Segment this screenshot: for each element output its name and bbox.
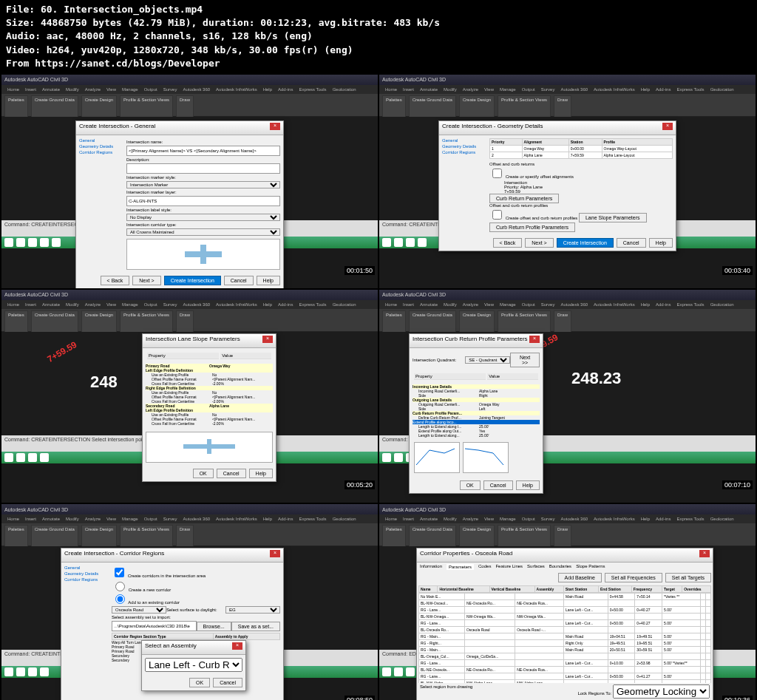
- help-button[interactable]: Help: [649, 238, 673, 248]
- wizard-steps[interactable]: General Geometry Details Corridor Region…: [79, 138, 123, 270]
- create-button[interactable]: Create Intersection: [164, 276, 221, 285]
- quadrant-select[interactable]: SE - Quadrant: [465, 356, 510, 364]
- step-corridor[interactable]: Corridor Regions: [442, 150, 486, 154]
- ok-button[interactable]: OK: [193, 469, 214, 478]
- assembly-path-input[interactable]: [112, 621, 197, 631]
- dialog-title: Create Intersection - Geometry Details×: [439, 121, 676, 135]
- assembly-dropdown[interactable]: Lane Left - Curb Right: [145, 658, 242, 672]
- set-frequencies-button[interactable]: Set all Frequencies: [605, 573, 662, 582]
- intersection-name-input[interactable]: [126, 146, 280, 156]
- close-icon[interactable]: ×: [232, 642, 242, 650]
- create-offset-checkbox[interactable]: Create or specify offset alignments: [489, 174, 574, 179]
- curb-return-params-button[interactable]: Curb Return Parameters: [489, 194, 559, 203]
- cancel-button[interactable]: Cancel: [217, 469, 246, 478]
- wizard-steps[interactable]: General Geometry Details Corridor Region…: [442, 138, 486, 232]
- frame-4: Autodesk AutoCAD Civil 3D HomeInsertAnno…: [379, 290, 756, 503]
- corridor-type-select[interactable]: All Crowns Maintained: [126, 228, 280, 236]
- help-button[interactable]: Help: [257, 276, 280, 285]
- layer-input[interactable]: [126, 196, 280, 206]
- set-targets-button[interactable]: Set all Targets: [665, 573, 711, 582]
- drawing-canvas[interactable]: Create Intersection - Geometry Details× …: [379, 117, 756, 220]
- close-icon[interactable]: ×: [262, 336, 273, 343]
- close-icon[interactable]: ×: [270, 550, 280, 557]
- tab-surfaces[interactable]: Surfaces: [527, 564, 545, 570]
- save-set-button[interactable]: Save as a set...: [231, 622, 280, 631]
- table-row: BL-Omega_Cul...Omega_CulDeSa...: [419, 653, 711, 660]
- tab-parameters[interactable]: Parameters: [447, 564, 474, 570]
- app-titlebar: Autodesk AutoCAD Civil 3D: [379, 75, 756, 85]
- meta-video: Video: h264, yuv420p, 1280x720, 348 kb/s…: [6, 44, 751, 57]
- help-button[interactable]: Help: [516, 480, 540, 490]
- drawing-canvas[interactable]: 7+59.59 248.23 Intersection Curb Return …: [379, 332, 756, 435]
- cancel-button[interactable]: Cancel: [224, 276, 254, 285]
- next-button[interactable]: Next >: [132, 276, 160, 285]
- ok-button[interactable]: OK: [460, 480, 481, 490]
- add-baseline-button[interactable]: Add Baseline: [558, 573, 602, 582]
- lock-regions-select[interactable]: Geometry Locking: [613, 684, 710, 699]
- step-geometry[interactable]: Geometry Details: [79, 144, 123, 149]
- help-button[interactable]: Help: [249, 469, 273, 478]
- drawing-canvas[interactable]: Create Intersection - Corridor Regions× …: [1, 546, 378, 650]
- lane-slope-button[interactable]: Lane Slope Parameters: [579, 213, 647, 222]
- close-icon[interactable]: ×: [529, 336, 540, 343]
- tab-codes[interactable]: Codes: [478, 564, 491, 570]
- cancel-button[interactable]: Cancel: [617, 238, 646, 248]
- ribbon-tabs[interactable]: HomeInsertAnnotateModifyAnalyzeViewManag…: [1, 85, 378, 94]
- create-button[interactable]: Create Intersection: [557, 238, 614, 248]
- frame-5: Autodesk AutoCAD Civil 3D HomeInsertAnno…: [1, 504, 378, 700]
- tab-boundaries[interactable]: Boundaries: [549, 564, 571, 570]
- step-corridor[interactable]: Corridor Regions: [64, 577, 109, 582]
- table-row: BL-NW-Omega...NW-Omega Wa...NW-Omega Wa.…: [419, 614, 711, 620]
- tab-slope-patterns[interactable]: Slope Patterns: [576, 564, 605, 570]
- section-diagram: [146, 432, 273, 463]
- drawing-canvas[interactable]: 7+59.59 248 Intersection Lane Slope Para…: [1, 332, 378, 435]
- drawing-canvas[interactable]: Corridor Properties - Osceola Road× Info…: [379, 546, 756, 650]
- marker-style-select[interactable]: Intersection Marker: [126, 181, 280, 188]
- alignments-table[interactable]: PriorityAlignmentStationProfile 1Omega W…: [489, 138, 673, 159]
- close-icon[interactable]: ×: [270, 123, 280, 130]
- close-icon[interactable]: ×: [699, 550, 710, 557]
- step-corridor[interactable]: Corridor Regions: [79, 150, 123, 154]
- create-profiles-checkbox[interactable]: Create offset and curb return profiles: [489, 216, 577, 220]
- back-button[interactable]: < Back: [101, 276, 130, 285]
- surface-select[interactable]: EG: [225, 606, 280, 614]
- tab-bar[interactable]: Information Parameters Codes Feature Lin…: [417, 563, 713, 571]
- next-button[interactable]: Next >: [525, 238, 553, 248]
- drawing-canvas[interactable]: Create Intersection - General× General G…: [1, 117, 378, 220]
- step-geometry[interactable]: Geometry Details: [442, 144, 486, 149]
- tab-information[interactable]: Information: [420, 564, 442, 570]
- frame-6: Autodesk AutoCAD Civil 3D HomeInsertAnno…: [379, 504, 756, 700]
- step-general[interactable]: General: [64, 565, 109, 570]
- thumbnail-grid: Autodesk AutoCAD Civil 3D HomeInsertAnno…: [0, 73, 757, 700]
- select-assembly-subdialog: Select an Assembly× Lane Left - Curb Rig…: [141, 640, 246, 691]
- start-icon[interactable]: [4, 238, 13, 247]
- timestamp: 00:03:40: [722, 266, 753, 275]
- close-icon[interactable]: ×: [662, 123, 673, 130]
- station-value: 248: [90, 373, 118, 392]
- browse-button[interactable]: Browse...: [197, 622, 231, 631]
- create-corridors-checkbox[interactable]: Create corridors in the intersection are…: [112, 574, 206, 578]
- label-style-select[interactable]: No Display: [126, 214, 280, 221]
- step-geometry[interactable]: Geometry Details: [64, 571, 109, 576]
- curb-profile-button[interactable]: Curb Return Profile Parameters: [489, 222, 575, 232]
- table-row: BL-NE-Osceola...NE-Osceola Ro...NE-Osceo…: [419, 667, 711, 673]
- create-intersection-general-dialog: Create Intersection - General× General G…: [75, 120, 284, 288]
- corridor-regions-table[interactable]: NameHorizontal BaselineVertical Baseline…: [418, 585, 711, 593]
- step-general[interactable]: General: [442, 138, 486, 143]
- property-table[interactable]: PropertyValue: [146, 351, 273, 361]
- select-region-label[interactable]: Select region from drawing: [420, 684, 472, 699]
- back-button[interactable]: < Back: [493, 238, 523, 248]
- ok-button[interactable]: OK: [189, 678, 210, 687]
- next-quad-button[interactable]: Next >>: [510, 353, 540, 367]
- step-general[interactable]: General: [79, 138, 123, 143]
- meta-audio: Audio: aac, 48000 Hz, 2 channels, s16, 1…: [6, 30, 751, 43]
- profile-graph-2: [463, 442, 509, 473]
- cancel-button[interactable]: Cancel: [213, 678, 242, 687]
- existing-corridor-radio[interactable]: Add to an existing corridor: [112, 600, 180, 605]
- cancel-button[interactable]: Cancel: [483, 480, 513, 490]
- corridor-select[interactable]: Osceola Road: [112, 606, 166, 614]
- description-input[interactable]: [126, 163, 280, 174]
- ribbon-panels[interactable]: PalettesCreate Ground DataCreate DesignP…: [1, 94, 378, 119]
- dialog-title: Create Intersection - General×: [76, 121, 283, 135]
- tab-feature-lines[interactable]: Feature Lines: [495, 564, 523, 570]
